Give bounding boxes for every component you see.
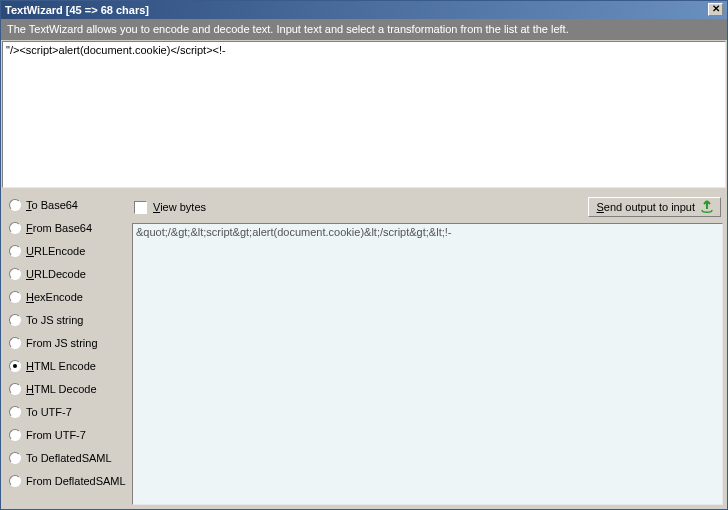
transform-radio-to-utf-7[interactable]: To UTF-7: [9, 404, 128, 419]
radio-icon: [9, 452, 21, 464]
view-bytes-checkbox[interactable]: View bytes: [134, 201, 206, 214]
radio-icon: [9, 222, 21, 234]
transform-radio-from-js-string[interactable]: From JS string: [9, 335, 128, 350]
radio-icon: [9, 475, 21, 487]
radio-icon: [9, 429, 21, 441]
transform-radio-to-deflatedsaml[interactable]: To DeflatedSAML: [9, 450, 128, 465]
radio-icon: [9, 383, 21, 395]
radio-icon: [9, 406, 21, 418]
send-arrow-icon: [700, 200, 714, 214]
transform-radio-html-encode[interactable]: HTML Encode: [9, 358, 128, 373]
transform-label: HTML Decode: [26, 383, 97, 395]
info-bar: The TextWizard allows you to encode and …: [1, 19, 727, 40]
transform-radio-urlencode[interactable]: URLEncode: [9, 243, 128, 258]
checkbox-icon: [134, 201, 147, 214]
radio-icon: [9, 291, 21, 303]
transform-radio-to-js-string[interactable]: To JS string: [9, 312, 128, 327]
radio-icon: [9, 245, 21, 257]
output-textarea[interactable]: &quot;/&gt;&lt;script&gt;alert(document.…: [132, 223, 723, 505]
transform-radio-html-decode[interactable]: HTML Decode: [9, 381, 128, 396]
transform-label: To DeflatedSAML: [26, 452, 112, 464]
transform-radio-from-utf-7[interactable]: From UTF-7: [9, 427, 128, 442]
transform-radio-to-base64[interactable]: To Base64: [9, 197, 128, 212]
transform-label: URLDecode: [26, 268, 86, 280]
transform-label: To Base64: [26, 199, 78, 211]
input-wrapper: [1, 40, 727, 191]
transform-sidebar: To Base64From Base64URLEncodeURLDecodeHe…: [1, 191, 132, 509]
transform-label: From JS string: [26, 337, 98, 349]
transform-radio-urldecode[interactable]: URLDecode: [9, 266, 128, 281]
title-bar: TextWizard [45 => 68 chars] ✕: [1, 1, 727, 19]
view-bytes-label: View bytes: [153, 201, 206, 213]
transform-label: To JS string: [26, 314, 83, 326]
radio-icon: [9, 314, 21, 326]
transform-label: From DeflatedSAML: [26, 475, 126, 487]
transform-label: HTML Encode: [26, 360, 96, 372]
transform-label: From Base64: [26, 222, 92, 234]
transform-label: URLEncode: [26, 245, 85, 257]
input-textarea[interactable]: [2, 41, 726, 188]
transform-label: HexEncode: [26, 291, 83, 303]
send-output-button[interactable]: Send output to input: [588, 197, 721, 217]
radio-icon: [9, 360, 21, 372]
radio-icon: [9, 199, 21, 211]
transform-label: From UTF-7: [26, 429, 86, 441]
close-icon[interactable]: ✕: [708, 3, 723, 16]
send-output-label: Send output to input: [597, 201, 695, 213]
transform-radio-hexencode[interactable]: HexEncode: [9, 289, 128, 304]
transform-radio-from-base64[interactable]: From Base64: [9, 220, 128, 235]
window-title: TextWizard [45 => 68 chars]: [5, 4, 149, 16]
output-toolbar: View bytes Send output to input: [132, 195, 723, 223]
radio-icon: [9, 337, 21, 349]
radio-icon: [9, 268, 21, 280]
transform-radio-from-deflatedsaml[interactable]: From DeflatedSAML: [9, 473, 128, 488]
transform-label: To UTF-7: [26, 406, 72, 418]
